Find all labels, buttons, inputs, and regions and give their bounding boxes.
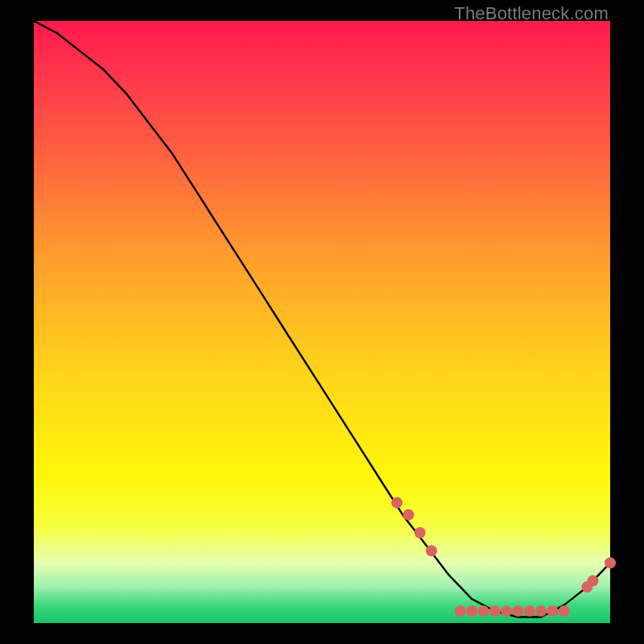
- chart-marker: [588, 576, 599, 587]
- chart-marker: [535, 605, 547, 617]
- chart-marker: [466, 605, 477, 617]
- chart-marker: [489, 605, 501, 617]
- chart-marker: [415, 527, 426, 539]
- chart-marker: [455, 605, 466, 617]
- chart-marker: [547, 605, 558, 617]
- chart-marker: [426, 545, 437, 556]
- chart-marker: [501, 605, 512, 617]
- chart-marker: [391, 497, 402, 508]
- chart-curve: [34, 21, 610, 617]
- chart-marker: [524, 605, 535, 617]
- plot-area: [34, 21, 610, 623]
- chart-marker: [605, 557, 616, 568]
- chart-marker: [478, 605, 489, 617]
- chart-markers: [391, 497, 616, 617]
- chart-stage: TheBottleneck.com: [0, 0, 644, 644]
- chart-svg: [34, 21, 610, 623]
- chart-marker: [559, 605, 570, 617]
- chart-marker: [402, 509, 414, 520]
- chart-marker: [512, 605, 523, 617]
